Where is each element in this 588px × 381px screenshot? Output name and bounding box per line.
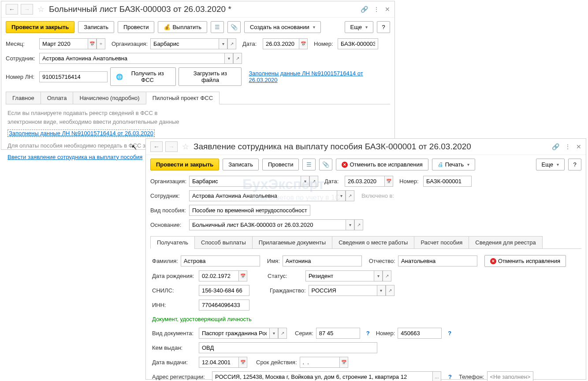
- status-input[interactable]: [305, 270, 374, 281]
- help-series-icon[interactable]: ?: [366, 330, 370, 337]
- doctype-input[interactable]: [199, 328, 269, 339]
- calendar-icon[interactable]: 📅: [238, 270, 247, 281]
- nav-back-button[interactable]: ←: [6, 4, 18, 15]
- ln-data-link-2[interactable]: Заполнены данные ЛН №910015716414 от 26.…: [7, 129, 155, 137]
- addr-input[interactable]: [212, 371, 432, 381]
- enter-application-link[interactable]: Ввести заявление сотрудника на выплату п…: [7, 154, 142, 160]
- nav-forward-button[interactable]: →: [165, 141, 178, 152]
- calendar-icon[interactable]: 📅: [88, 38, 97, 49]
- list-icon-button[interactable]: ☰: [211, 21, 224, 33]
- month-input[interactable]: [39, 38, 88, 49]
- dropdown-icon[interactable]: ▾: [374, 270, 383, 281]
- link-icon[interactable]: 🔗: [361, 6, 368, 13]
- link-icon[interactable]: 🔗: [552, 143, 559, 150]
- issuedate-input[interactable]: [199, 357, 238, 368]
- docnum-input[interactable]: [398, 328, 442, 339]
- pay-button[interactable]: 💰Выплатить: [158, 21, 207, 33]
- tab-pay-method[interactable]: Способ выплаты: [194, 236, 253, 249]
- org-input[interactable]: [189, 176, 301, 187]
- calendar-icon[interactable]: 📅: [384, 176, 393, 187]
- menu-dots-icon[interactable]: ⋮: [565, 143, 571, 150]
- load-file-button[interactable]: Загрузить из файла: [179, 67, 242, 86]
- type-input[interactable]: [189, 205, 310, 216]
- emp-input[interactable]: [39, 53, 224, 64]
- write-button[interactable]: Записать: [223, 159, 259, 170]
- calendar-icon[interactable]: 📅: [339, 357, 348, 368]
- open-icon[interactable]: ↗: [346, 190, 354, 201]
- write-button[interactable]: Записать: [78, 21, 114, 33]
- ln-input[interactable]: [39, 71, 108, 82]
- open-icon[interactable]: ↗: [227, 38, 236, 49]
- date-input[interactable]: [345, 176, 384, 187]
- dropdown-icon[interactable]: ▾: [337, 190, 346, 201]
- post-button[interactable]: Провести: [262, 159, 299, 170]
- tab-pilot-fss[interactable]: Пилотный проект ФСС: [146, 92, 220, 104]
- dropdown-icon[interactable]: ▾: [269, 328, 278, 339]
- tab-calc[interactable]: Расчет пособия: [414, 236, 469, 249]
- help-button[interactable]: ?: [568, 159, 581, 170]
- tab-work-info[interactable]: Сведения о месте работы: [332, 236, 414, 249]
- ln-data-link[interactable]: Заполнены данные ЛН №910015716414 от 26.…: [249, 70, 390, 83]
- post-close-button[interactable]: Провести и закрыть: [6, 21, 74, 33]
- cancel-corrections-button[interactable]: ✕Отменить все исправления: [336, 159, 428, 170]
- tab-recipient[interactable]: Получатель: [150, 236, 195, 249]
- list-icon-button[interactable]: ☰: [302, 159, 316, 170]
- close-icon[interactable]: ✕: [576, 143, 581, 150]
- inn-input[interactable]: [199, 300, 249, 311]
- valid-input[interactable]: [300, 357, 339, 368]
- firstname-input[interactable]: [283, 255, 362, 266]
- dropdown-icon[interactable]: ▾: [346, 219, 354, 230]
- open-icon[interactable]: ↗: [354, 219, 363, 230]
- help-button[interactable]: ?: [377, 21, 390, 33]
- favorite-star-icon[interactable]: ☆: [37, 4, 45, 14]
- open-icon[interactable]: ↗: [278, 328, 287, 339]
- patronymic-input[interactable]: [398, 255, 477, 266]
- fss-button[interactable]: 🌐Получить из ФСС: [110, 67, 176, 86]
- close-icon[interactable]: ✕: [385, 6, 390, 13]
- emp-input[interactable]: [189, 190, 337, 201]
- lastname-input[interactable]: [181, 255, 260, 266]
- favorite-star-icon[interactable]: ☆: [182, 142, 189, 152]
- date-input[interactable]: [263, 38, 299, 49]
- open-icon[interactable]: ↗: [309, 176, 318, 187]
- nav-forward-button[interactable]: →: [21, 4, 33, 15]
- tab-registry[interactable]: Сведения для реестра: [469, 236, 542, 249]
- calendar-icon[interactable]: 📅: [299, 38, 308, 49]
- calendar-icon[interactable]: 📅: [238, 357, 247, 368]
- dropdown-icon[interactable]: ▾: [219, 38, 227, 49]
- dob-input[interactable]: [199, 270, 238, 281]
- citizen-input[interactable]: [309, 285, 377, 296]
- more-button[interactable]: Еще: [536, 159, 565, 170]
- open-icon[interactable]: ↗: [383, 270, 391, 281]
- tab-payment[interactable]: Оплата: [41, 92, 74, 104]
- issued-input[interactable]: [199, 342, 377, 353]
- open-icon[interactable]: ↗: [233, 53, 242, 64]
- create-basis-button[interactable]: Создать на основании: [244, 21, 321, 33]
- tab-main[interactable]: Главное: [6, 92, 41, 104]
- attach-icon-button[interactable]: 📎: [319, 159, 332, 170]
- menu-dots-icon[interactable]: ⋮: [373, 6, 380, 13]
- dropdown-icon[interactable]: ▾: [301, 176, 309, 187]
- cancel-fix-button[interactable]: ✕Отменить исправления: [484, 255, 566, 267]
- post-close-button[interactable]: Провести и закрыть: [150, 159, 219, 170]
- snils-input[interactable]: [199, 285, 249, 296]
- help-addr-icon[interactable]: ?: [448, 374, 452, 380]
- stepper-icon[interactable]: ÷: [97, 38, 105, 49]
- print-button[interactable]: 🖨Печать: [432, 159, 476, 170]
- attach-icon-button[interactable]: 📎: [227, 21, 241, 33]
- phone-input[interactable]: [487, 371, 533, 381]
- post-button[interactable]: Провести: [118, 21, 155, 33]
- num-input[interactable]: [423, 176, 472, 187]
- dropdown-icon[interactable]: ▾: [224, 53, 233, 64]
- help-docnum-icon[interactable]: ?: [448, 330, 451, 337]
- series-input[interactable]: [316, 328, 360, 339]
- open-icon[interactable]: ↗: [386, 285, 394, 296]
- tab-attached-docs[interactable]: Прилагаемые документы: [252, 236, 332, 249]
- ellipsis-icon[interactable]: …: [432, 371, 441, 381]
- dropdown-icon[interactable]: ▾: [377, 285, 386, 296]
- basis-input[interactable]: [189, 219, 346, 230]
- tab-accrued[interactable]: Начислено (подробно): [73, 92, 146, 104]
- org-input[interactable]: [150, 38, 219, 49]
- num-input[interactable]: [338, 38, 378, 49]
- nav-back-button[interactable]: ←: [150, 141, 163, 152]
